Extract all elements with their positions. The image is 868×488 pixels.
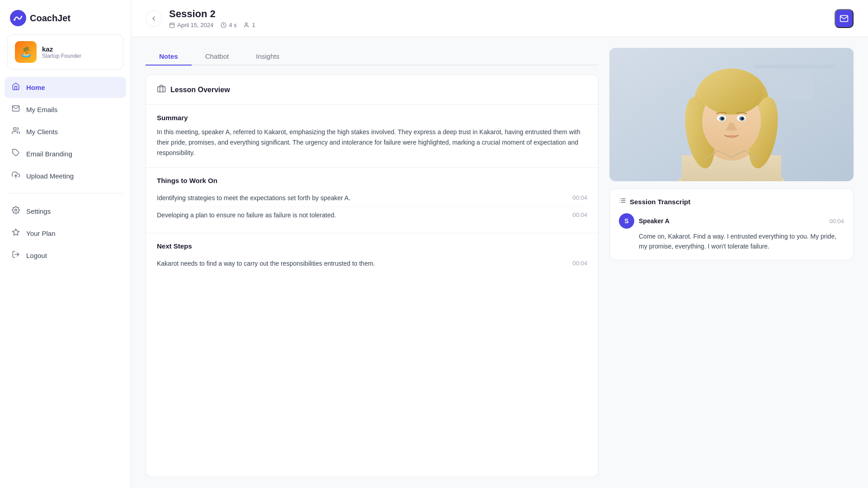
sidebar-item-label: My Emails	[26, 106, 57, 113]
next-steps-title: Next Steps	[157, 242, 587, 250]
work-item-time: 00:04	[572, 194, 587, 201]
sidebar-item-label: Settings	[26, 207, 51, 215]
email-button[interactable]	[835, 9, 854, 28]
svg-point-1	[14, 19, 15, 21]
svg-point-2	[14, 127, 16, 130]
nav-divider	[7, 193, 123, 193]
back-button[interactable]	[146, 10, 162, 27]
svg-rect-14	[158, 87, 165, 92]
user-role: Startup Founder	[42, 53, 81, 59]
speaker-row: S Speaker A 00:04	[619, 213, 844, 229]
svg-point-26	[700, 70, 763, 115]
work-item: Identifying strategies to meet the expec…	[157, 190, 587, 207]
sidebar-item-label: Logout	[26, 252, 47, 259]
speaker-avatar: S	[619, 213, 634, 229]
logo-icon	[10, 10, 26, 26]
left-panel: Notes Chatbot Insights Lesson Overview S…	[146, 48, 599, 477]
sidebar-item-label: Home	[26, 84, 45, 91]
work-item: Kakarot needs to find a way to carry out…	[157, 255, 587, 272]
summary-text: In this meeting, speaker A, referred to …	[157, 127, 587, 158]
logo: CoachJet	[0, 0, 131, 34]
lesson-overview-title: Lesson Overview	[170, 86, 230, 94]
main-content: Session 2 April 15, 2024 4 s 1	[131, 0, 868, 488]
star-icon	[11, 228, 21, 239]
svg-rect-17	[768, 74, 813, 101]
tab-insights[interactable]: Insights	[242, 48, 293, 66]
home-icon	[11, 82, 21, 93]
transcript-header: Session Transcript	[619, 197, 844, 206]
sidebar-item-your-plan[interactable]: Your Plan	[5, 223, 126, 244]
work-item-time: 00:04	[572, 211, 587, 218]
session-meta: April 15, 2024 4 s 1	[169, 22, 255, 28]
work-on-section: Things to Work On Identifying strategies…	[146, 168, 598, 233]
user-info: kaz Startup Founder	[42, 45, 81, 59]
user-name: kaz	[42, 45, 81, 53]
sidebar: CoachJet 🏝️ kaz Startup Founder Home My …	[0, 0, 131, 488]
header: Session 2 April 15, 2024 4 s 1	[131, 0, 868, 37]
summary-title: Summary	[157, 114, 587, 122]
header-left: Session 2 April 15, 2024 4 s 1	[146, 8, 255, 28]
svg-marker-6	[13, 229, 19, 235]
transcript-title: Session Transcript	[630, 198, 690, 206]
session-info: Session 2 April 15, 2024 4 s 1	[169, 8, 255, 28]
sidebar-item-logout[interactable]: Logout	[5, 245, 126, 266]
duration-text: 4 s	[229, 22, 236, 28]
notes-card: Lesson Overview Summary In this meeting,…	[146, 75, 599, 477]
speaker-name: Speaker A	[639, 217, 670, 225]
session-title: Session 2	[169, 8, 255, 20]
transcript-entry: S Speaker A 00:04 Come on, Kakarot. Find…	[619, 213, 844, 252]
email-icon	[11, 104, 21, 115]
summary-section: Summary In this meeting, speaker A, refe…	[146, 105, 598, 168]
sidebar-item-upload-meeting[interactable]: Upload Meeting	[5, 165, 126, 187]
list-icon	[619, 197, 626, 206]
session-duration: 4 s	[221, 22, 236, 28]
work-item-text: Kakarot needs to find a way to carry out…	[157, 259, 567, 268]
settings-icon	[11, 206, 21, 216]
speaker-info: S Speaker A	[619, 213, 670, 229]
svg-point-5	[15, 209, 17, 211]
svg-point-31	[721, 117, 724, 120]
sidebar-item-my-emails[interactable]: My Emails	[5, 99, 126, 120]
bottom-nav: Settings Your Plan Logout	[0, 201, 131, 267]
work-item-time: 00:04	[572, 260, 587, 267]
work-on-title: Things to Work On	[157, 177, 587, 184]
video-thumbnail	[609, 48, 854, 181]
content-area: Notes Chatbot Insights Lesson Overview S…	[131, 37, 868, 488]
work-item-text: Identifying strategies to meet the expec…	[157, 193, 567, 203]
sidebar-item-label: Upload Meeting	[26, 172, 74, 180]
svg-point-32	[741, 117, 744, 120]
user-card: 🏝️ kaz Startup Founder	[7, 34, 123, 70]
avatar: 🏝️	[15, 41, 37, 63]
right-panel: Session Transcript S Speaker A 00:04 Com…	[609, 48, 854, 477]
sidebar-item-label: Email Branding	[26, 150, 72, 158]
app-name: CoachJet	[30, 13, 71, 23]
tabs: Notes Chatbot Insights	[146, 48, 599, 66]
logout-icon	[11, 250, 21, 261]
svg-rect-8	[170, 23, 175, 28]
work-item-text: Developing a plan to ensure no failure a…	[157, 211, 567, 220]
sidebar-item-email-branding[interactable]: Email Branding	[5, 143, 126, 164]
sidebar-item-my-clients[interactable]: My Clients	[5, 121, 126, 142]
sidebar-item-home[interactable]: Home	[5, 77, 126, 98]
next-steps-section: Next Steps Kakarot needs to find a way t…	[146, 233, 598, 281]
work-item: Developing a plan to ensure no failure a…	[157, 207, 587, 224]
upload-icon	[11, 171, 21, 181]
transcript-text: Come on, Kakarot. Find a way. I entruste…	[619, 231, 844, 252]
clients-icon	[11, 127, 21, 137]
tab-chatbot[interactable]: Chatbot	[192, 48, 243, 66]
sidebar-item-label: My Clients	[26, 128, 58, 136]
session-participants: 1	[244, 22, 255, 28]
tab-notes[interactable]: Notes	[146, 48, 192, 66]
notes-header: Lesson Overview	[146, 75, 598, 105]
sidebar-item-label: Your Plan	[26, 230, 56, 237]
svg-point-13	[245, 23, 247, 25]
session-date: April 15, 2024	[169, 22, 213, 28]
briefcase-icon	[157, 84, 166, 95]
svg-rect-16	[754, 65, 835, 69]
person-image	[609, 48, 854, 181]
tag-icon	[11, 149, 21, 159]
participants-text: 1	[252, 22, 255, 28]
transcript-card: Session Transcript S Speaker A 00:04 Com…	[609, 188, 854, 260]
main-nav: Home My Emails My Clients Email Branding…	[0, 77, 131, 188]
sidebar-item-settings[interactable]: Settings	[5, 201, 126, 222]
